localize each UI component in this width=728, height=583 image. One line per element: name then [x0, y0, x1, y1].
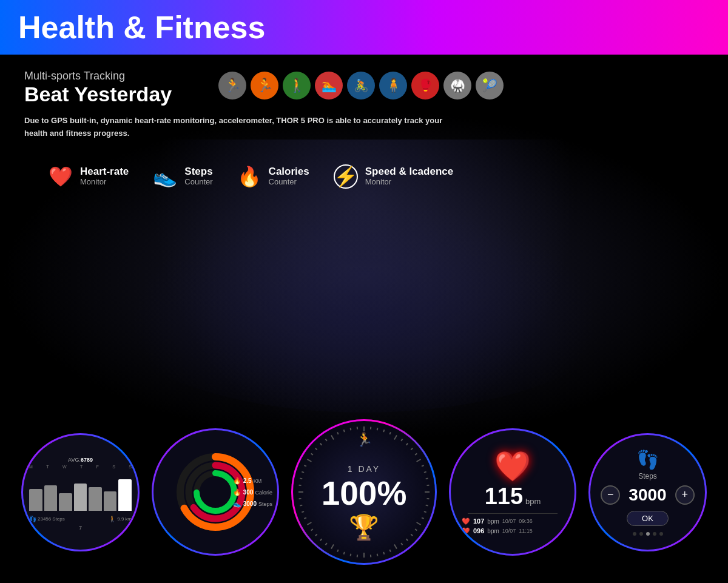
heart-icon-1: ❤️	[462, 517, 470, 525]
svg-line-34	[377, 554, 378, 556]
svg-line-23	[426, 505, 428, 506]
steps-label-small: Steps	[52, 516, 64, 522]
sport-icon-running: 🏃	[251, 72, 278, 99]
sport-icon-cycling: 🚴	[347, 72, 375, 99]
heartrate-text: Heart-rate Monitor	[80, 166, 129, 187]
hr-divider	[468, 513, 557, 514]
widget-steps-counter: 👣 Steps − 3000 + OK	[588, 433, 707, 551]
svg-line-39	[344, 552, 345, 554]
sport-icon-walking: 🏃	[218, 72, 246, 99]
main-content: Multi-sports Tracking Beat Yesterday 🏃 🏃…	[0, 55, 728, 583]
heart-icon-2: ❤️	[462, 527, 470, 535]
sport-icon-boxing: 🥊	[411, 72, 439, 99]
bar-thu	[74, 484, 87, 511]
hr-main-display: 115 bpm	[485, 484, 541, 510]
info-section: Multi-sports Tracking Beat Yesterday 🏃 🏃…	[0, 55, 728, 210]
bar-mon	[29, 489, 42, 511]
heartrate-title: Heart-rate	[80, 166, 129, 178]
widget5-inner: 👣 Steps − 3000 + OK	[590, 435, 705, 550]
svg-line-8	[377, 428, 378, 430]
speed-text: Speed & Icadence Monitor	[365, 166, 454, 187]
dot-4	[653, 532, 656, 536]
feature-speed: ⚡ Speed & Icadence Monitor	[334, 164, 454, 189]
svg-line-27	[415, 529, 417, 530]
svg-line-13	[406, 443, 408, 445]
speed-title: Speed & Icadence	[365, 166, 454, 178]
ring-stats: 🔥 2.5 KM 🔥 300 Calorie 👟 3000 Ste	[233, 477, 272, 508]
speed-icon: ⚡	[334, 164, 358, 189]
hr-history-list: ❤️ 107 bpm 10/07 09:36 ❤️ 096 bpm 10/07	[457, 517, 568, 535]
bar-sat	[104, 491, 117, 511]
bar-fri	[89, 487, 102, 511]
widget-weekly-steps: AVG:6789 M T W T F S S	[21, 433, 140, 551]
steps-icon: 👟	[153, 165, 177, 188]
svg-line-64	[351, 428, 351, 430]
svg-line-25	[422, 517, 424, 519]
svg-line-19	[426, 479, 428, 479]
sport-icon-yoga: 🧍	[379, 72, 407, 99]
svg-line-56	[307, 459, 311, 462]
svg-line-28	[411, 534, 413, 536]
svg-line-24	[424, 511, 426, 512]
hr-current-value: 115	[485, 484, 523, 510]
sport-icon-swimming: 🏊	[315, 72, 343, 99]
svg-line-61	[331, 435, 334, 439]
svg-line-45	[311, 529, 313, 530]
speed-subtitle: Monitor	[365, 177, 454, 186]
widget-heartrate: ❤️ 115 bpm ❤️ 107 bpm 10/07	[449, 428, 576, 556]
steps-counter-value: 3000	[629, 485, 666, 505]
ring-stat-calories: 🔥 300 Calorie	[233, 488, 272, 496]
feature-steps: 👟 Steps Counter	[153, 165, 212, 188]
heartrate-subtitle: Monitor	[80, 177, 129, 186]
widget4-inner: ❤️ 115 bpm ❤️ 107 bpm 10/07	[451, 430, 575, 554]
distance-display: 🚶 9.9 km	[109, 516, 132, 522]
calories-title: Calories	[269, 166, 309, 178]
svg-line-30	[401, 543, 402, 545]
svg-line-63	[344, 430, 345, 432]
svg-line-10	[389, 432, 391, 434]
sports-icons-row: 🏃 🏃 🚶 🏊 🚴 🧍 🥊 🥋 🎾	[218, 72, 504, 99]
dot-5	[659, 532, 663, 536]
feature-heartrate: ❤️ Heart-rate Monitor	[49, 165, 129, 188]
steps-plus-button[interactable]: +	[675, 485, 695, 505]
svg-line-33	[383, 552, 384, 554]
features-row: ❤️ Heart-rate Monitor 👟 Steps Counter 🔥 …	[24, 152, 704, 201]
calories-icon: 🔥	[237, 165, 261, 188]
dot-3-active	[646, 532, 650, 536]
heartrate-icon: ❤️	[49, 165, 73, 188]
widget2-inner: 🔥 2.5 KM 🔥 300 Calorie 👟 3000 Ste	[153, 430, 277, 554]
svg-line-62	[337, 432, 339, 434]
widget1-border: AVG:6789 M T W T F S S	[21, 433, 140, 551]
svg-line-54	[302, 472, 304, 473]
bar-sun	[118, 479, 132, 511]
svg-line-9	[383, 430, 384, 432]
steps-subtitle: Counter	[184, 177, 212, 186]
page-header: Health & Fitness	[0, 0, 728, 55]
widget-activity-rings: 🔥 2.5 KM 🔥 300 Calorie 👟 3000 Ste	[152, 428, 279, 556]
description-text: Due to GPS built-in, dynamic heart-rate …	[24, 115, 449, 140]
svg-line-43	[320, 539, 322, 541]
svg-line-60	[326, 439, 327, 441]
svg-line-46	[307, 522, 311, 525]
svg-line-11	[394, 435, 397, 439]
avg-label: AVG:	[68, 457, 81, 463]
svg-line-44	[315, 534, 317, 536]
steps-count-display: 👣 23456 Steps	[29, 516, 65, 522]
steps-ok-button[interactable]: OK	[627, 511, 669, 526]
svg-line-38	[351, 554, 351, 556]
svg-line-58	[315, 448, 317, 450]
tagline: Beat Yesterday	[24, 83, 172, 106]
day-number: 7	[29, 525, 132, 531]
hr-content: ❤️ 115 bpm ❤️ 107 bpm 10/07	[451, 443, 575, 541]
sport-icon-hiking: 🚶	[283, 72, 311, 99]
svg-line-17	[422, 465, 424, 467]
sport-icon-martial: 🥋	[443, 72, 471, 99]
steps-indicator-dots	[633, 532, 663, 536]
widget3-border: 🏃 1 DAY 100% 🏆	[291, 419, 437, 565]
svg-line-49	[300, 505, 302, 506]
widget-achievement: 🏃 1 DAY 100% 🏆	[291, 419, 437, 565]
svg-line-40	[337, 550, 339, 552]
steps-minus-button[interactable]: −	[601, 485, 620, 505]
hr-unit: bpm	[525, 497, 541, 506]
hr-hist-row-1: ❤️ 107 bpm 10/07 09:36	[462, 517, 564, 525]
